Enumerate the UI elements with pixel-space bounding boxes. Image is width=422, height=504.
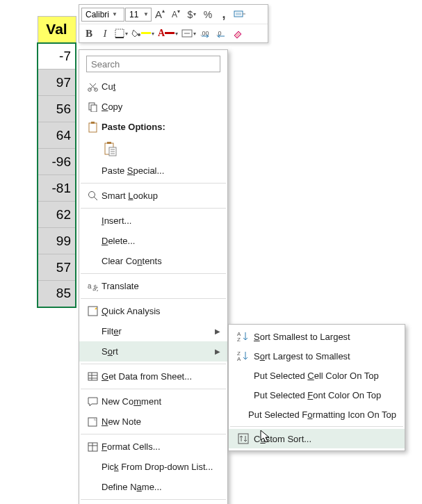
clipboard-paste-icon: [104, 141, 117, 156]
quick-analysis-icon: [83, 306, 102, 316]
font-size-combo[interactable]: 11 ▼: [125, 8, 152, 22]
increase-font-button[interactable]: A▴: [152, 7, 168, 22]
bold-button[interactable]: B: [81, 26, 97, 41]
search-placeholder: Search: [91, 59, 120, 70]
chevron-down-icon: ▼: [112, 11, 117, 17]
mini-toolbar: Calibri ▼ 11 ▼ A▴ A▾ $▾ % ,: [79, 4, 268, 43]
insert-item[interactable]: Insert...: [79, 211, 227, 231]
svg-rect-31: [88, 418, 97, 426]
cell[interactable]: -7: [38, 43, 76, 70]
fill-color-icon: [131, 29, 141, 38]
format-painter-button[interactable]: [232, 7, 247, 22]
new-comment-item[interactable]: New Comment: [79, 391, 227, 412]
svg-rect-3: [115, 29, 124, 38]
font-name-combo[interactable]: Calibri ▼: [81, 8, 124, 22]
sort-font-color-item[interactable]: Put Selected Font Color On Top: [229, 385, 405, 405]
eraser-icon: [232, 29, 243, 38]
svg-rect-17: [107, 142, 111, 144]
new-note-item[interactable]: New Note: [79, 412, 227, 432]
increase-decimal-button[interactable]: .00: [198, 26, 213, 41]
font-color-button[interactable]: A ▾: [156, 26, 179, 41]
separator: [81, 364, 226, 364]
font-size-value: 11: [129, 10, 138, 19]
cell[interactable]: 97: [38, 70, 76, 96]
cut-item[interactable]: Cut: [79, 76, 227, 97]
delete-item[interactable]: Delete...: [79, 231, 227, 251]
copy-item[interactable]: Copy: [79, 97, 227, 117]
get-data-item[interactable]: Get Data from Sheet...: [79, 366, 227, 387]
svg-rect-27: [88, 373, 97, 380]
smart-lookup-icon: [83, 190, 102, 201]
pick-list-item[interactable]: Pick From Drop-down List...: [79, 457, 227, 477]
note-icon: [83, 417, 102, 427]
decrease-font-button[interactable]: A▾: [168, 7, 184, 22]
sort-desc-icon: ZA: [233, 350, 254, 361]
sort-asc-icon: AZ: [233, 331, 254, 342]
separator: [81, 499, 226, 500]
borders-icon: [115, 29, 124, 38]
separator: [81, 183, 226, 184]
comment-icon: [83, 397, 102, 407]
define-name-item[interactable]: Define Name...: [79, 477, 227, 497]
sort-item[interactable]: Sort ▶: [79, 341, 227, 361]
svg-text:Z: Z: [237, 336, 241, 342]
separator: [81, 208, 226, 209]
merge-icon: [181, 29, 193, 38]
merge-center-button[interactable]: ▾: [180, 26, 197, 41]
cell[interactable]: 64: [38, 122, 76, 149]
borders-button[interactable]: ▾: [113, 26, 129, 41]
menu-search-input[interactable]: Search: [86, 56, 220, 72]
separator: [230, 426, 403, 427]
svg-text:あ: あ: [92, 284, 98, 291]
increase-decimal-icon: .00: [200, 29, 211, 38]
cell[interactable]: 85: [38, 281, 76, 307]
svg-rect-1: [236, 13, 241, 15]
paste-icon: [83, 122, 102, 133]
svg-rect-40: [238, 434, 248, 444]
separator: [81, 298, 226, 299]
accounting-format-button[interactable]: $▾: [184, 7, 200, 22]
cell[interactable]: -96: [38, 149, 76, 175]
sort-submenu: AZ Sort Smallest to Largest ZA Sort Larg…: [228, 324, 405, 451]
svg-rect-14: [89, 123, 97, 132]
translate-item[interactable]: aあ Translate: [79, 276, 227, 296]
cell[interactable]: 62: [38, 202, 76, 228]
paste-special-item[interactable]: Paste Special...: [79, 161, 227, 181]
sort-largest-item[interactable]: ZA Sort Largest to Smallest: [229, 346, 405, 366]
cell[interactable]: 57: [38, 254, 76, 281]
cell[interactable]: 99: [38, 228, 76, 254]
separator: [81, 434, 226, 434]
svg-text:a: a: [88, 282, 92, 290]
smart-lookup-item[interactable]: Smart Lookup: [79, 186, 227, 206]
custom-sort-icon: [233, 433, 254, 444]
format-cells-icon: [83, 442, 102, 452]
sort-smallest-item[interactable]: AZ Sort Smallest to Largest: [229, 327, 405, 346]
format-painter-icon: [234, 9, 246, 20]
clear-formats-button[interactable]: [230, 26, 245, 41]
clear-contents-item[interactable]: Clear Contents: [79, 251, 227, 271]
paste-options-row: [79, 137, 227, 161]
svg-point-5: [138, 33, 140, 36]
sort-cell-color-item[interactable]: Put Selected Cell Color On Top: [229, 366, 405, 385]
paste-default-button[interactable]: [102, 141, 120, 156]
sort-icon-top-item[interactable]: Put Selected Formatting Icon On Top: [229, 405, 405, 424]
percent-format-button[interactable]: %: [200, 7, 216, 22]
table-icon: [83, 372, 102, 381]
filter-item[interactable]: Filter ▶: [79, 321, 227, 341]
font-name-value: Calibri: [86, 10, 109, 19]
translate-icon: aあ: [83, 281, 102, 291]
fill-color-button[interactable]: ▾: [130, 26, 156, 41]
svg-rect-15: [91, 122, 95, 124]
cell[interactable]: 56: [38, 96, 76, 122]
separator: [81, 273, 226, 274]
cell[interactable]: -81: [38, 175, 76, 202]
italic-button[interactable]: I: [97, 26, 113, 41]
format-cells-item[interactable]: Format Cells...: [79, 437, 227, 457]
comma-format-button[interactable]: ,: [216, 7, 232, 22]
spreadsheet-column: Val -7 97 56 64 -96 -81 62 99 57 85: [37, 16, 76, 308]
decrease-decimal-button[interactable]: .0: [214, 26, 229, 41]
column-header[interactable]: Val: [38, 17, 76, 43]
quick-analysis-item[interactable]: Quick Analysis: [79, 301, 227, 321]
custom-sort-item[interactable]: Custom Sort...: [229, 429, 405, 448]
submenu-arrow-icon: ▶: [215, 348, 220, 355]
